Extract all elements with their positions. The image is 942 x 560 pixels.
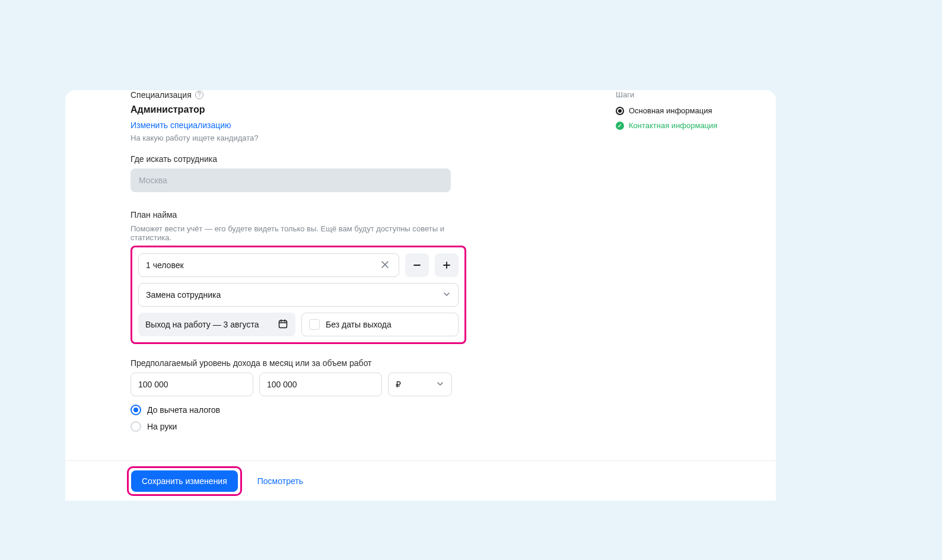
step-item-contact[interactable]: ✓ Контактная информация bbox=[616, 121, 764, 130]
income-from-input[interactable]: 100 000 bbox=[131, 373, 253, 396]
tax-net-label: На руки bbox=[147, 422, 177, 431]
specialization-label: Специализация bbox=[131, 90, 192, 100]
location-label: Где искать сотрудника bbox=[131, 154, 581, 164]
hiring-plan-highlight: 1 человек Замена сотрудника bbox=[131, 246, 466, 344]
income-inputs-row: 100 000 100 000 ₽ bbox=[131, 373, 581, 396]
increment-button[interactable] bbox=[435, 253, 459, 277]
no-date-label: Без даты выхода bbox=[326, 320, 392, 329]
tax-radio-net[interactable]: На руки bbox=[131, 421, 581, 432]
change-specialization-link[interactable]: Изменить специализацию bbox=[131, 120, 231, 130]
specialization-label-row: Специализация ? bbox=[131, 90, 581, 100]
start-date-button[interactable]: Выход на работу — 3 августа bbox=[138, 313, 295, 336]
hiring-plan-block: План найма Поможет вести учёт — его буде… bbox=[131, 210, 581, 344]
location-input[interactable]: Москва bbox=[131, 168, 451, 192]
specialization-block: Специализация ? Администратор Изменить с… bbox=[131, 90, 581, 142]
income-from-value: 100 000 bbox=[138, 380, 168, 389]
hiring-plan-hint: Поможет вести учёт — его будете видеть т… bbox=[131, 224, 451, 242]
currency-select[interactable]: ₽ bbox=[388, 373, 452, 396]
chevron-down-icon bbox=[436, 380, 444, 390]
location-block: Где искать сотрудника Москва bbox=[131, 154, 581, 192]
radio-selected-icon bbox=[131, 405, 141, 415]
save-button-highlight: Сохранить изменения bbox=[127, 466, 242, 496]
radio-unselected-icon bbox=[131, 421, 141, 432]
step-item-basic[interactable]: Основная информация bbox=[616, 106, 764, 115]
currency-value: ₽ bbox=[396, 380, 401, 389]
date-row: Выход на работу — 3 августа Без даты вых… bbox=[138, 313, 459, 336]
action-bar: Сохранить изменения Посмотреть bbox=[65, 460, 776, 501]
specialization-name: Администратор bbox=[131, 104, 581, 115]
clear-count-icon[interactable] bbox=[378, 259, 392, 272]
main-column: Специализация ? Администратор Изменить с… bbox=[131, 90, 581, 450]
step-label: Контактная информация bbox=[629, 121, 717, 130]
step-current-icon bbox=[616, 107, 624, 115]
reason-select[interactable]: Замена сотрудника bbox=[138, 283, 459, 307]
steps-sidebar: Шаги Основная информация ✓ Контактная ин… bbox=[616, 90, 764, 136]
hiring-plan-label: План найма bbox=[131, 210, 581, 219]
decrement-button[interactable] bbox=[405, 253, 429, 277]
specialization-hint: На какую работу ищете кандидата? bbox=[131, 133, 581, 142]
count-input[interactable]: 1 человек bbox=[138, 253, 399, 277]
svg-rect-3 bbox=[279, 320, 287, 327]
income-to-input[interactable]: 100 000 bbox=[259, 373, 382, 396]
income-block: Предполагаемый уровень дохода в месяц ил… bbox=[131, 358, 581, 432]
income-to-value: 100 000 bbox=[267, 380, 297, 389]
start-date-value: Выход на работу — 3 августа bbox=[145, 320, 259, 329]
steps-title: Шаги bbox=[616, 90, 764, 99]
calendar-icon bbox=[278, 319, 288, 331]
help-icon[interactable]: ? bbox=[195, 91, 203, 99]
location-value: Москва bbox=[139, 176, 167, 185]
step-label: Основная информация bbox=[629, 106, 712, 115]
no-date-checkbox-row[interactable]: Без даты выхода bbox=[301, 313, 459, 336]
count-stepper-row: 1 человек bbox=[138, 253, 459, 277]
preview-link[interactable]: Посмотреть bbox=[257, 476, 303, 486]
step-done-icon: ✓ bbox=[616, 122, 624, 130]
chevron-down-icon bbox=[443, 290, 451, 300]
count-value: 1 человек bbox=[146, 260, 184, 270]
reason-value: Замена сотрудника bbox=[146, 290, 221, 300]
tax-radio-before[interactable]: До вычета налогов bbox=[131, 405, 581, 415]
form-card: Специализация ? Администратор Изменить с… bbox=[65, 90, 776, 501]
tax-before-label: До вычета налогов bbox=[147, 405, 220, 415]
save-button[interactable]: Сохранить изменения bbox=[131, 470, 238, 492]
no-date-checkbox[interactable] bbox=[309, 319, 320, 330]
income-label: Предполагаемый уровень дохода в месяц ил… bbox=[131, 358, 581, 368]
